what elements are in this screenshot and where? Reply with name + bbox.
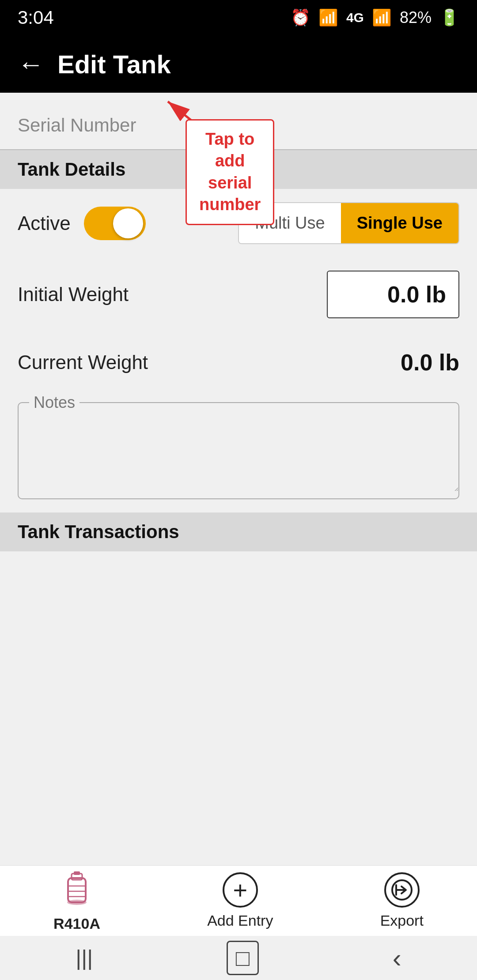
- active-label: Active: [18, 212, 71, 234]
- tank-transactions-label: Tank Transactions: [18, 521, 179, 542]
- serial-number-row[interactable]: Serial Number Tap to addserial number: [0, 93, 477, 149]
- lte-icon: 4G: [346, 10, 364, 25]
- toggle-knob: [113, 208, 143, 238]
- current-weight-row: Current Weight 0.0 lb: [0, 332, 477, 393]
- nav-item-r410a[interactable]: R410A: [53, 869, 100, 932]
- initial-weight-input[interactable]: 0.0 lb: [327, 271, 459, 318]
- battery-text: 82%: [400, 8, 432, 27]
- active-toggle[interactable]: [84, 207, 146, 240]
- back-button[interactable]: ←: [18, 49, 44, 79]
- system-back-button[interactable]: ‹: [375, 939, 419, 978]
- current-weight-value: 0.0 lb: [401, 349, 459, 376]
- serial-number-label: Serial Number: [18, 115, 136, 136]
- alarm-icon: ⏰: [291, 8, 310, 27]
- nav-item-add-entry[interactable]: + Add Entry: [207, 872, 273, 929]
- tank-details-header: Tank Details: [0, 150, 477, 189]
- svg-rect-2: [68, 878, 86, 902]
- wifi-icon: 📶: [318, 8, 338, 27]
- notes-field-wrapper[interactable]: Notes: [18, 402, 459, 499]
- nav-export-label: Export: [380, 912, 424, 929]
- active-row: Active Multi Use Single Use: [0, 189, 477, 257]
- add-entry-icon: +: [223, 872, 258, 908]
- initial-weight-row: Initial Weight 0.0 lb: [0, 257, 477, 332]
- tooltip-overlay: Tap to addserial number: [150, 93, 238, 147]
- multi-use-button[interactable]: Multi Use: [239, 203, 341, 243]
- system-nav: ||| □ ‹: [0, 936, 477, 980]
- svg-line-1: [168, 102, 212, 137]
- signal-icon: 📶: [372, 8, 392, 27]
- r410a-tank-svg: [59, 869, 95, 909]
- single-use-button[interactable]: Single Use: [341, 203, 458, 243]
- status-bar: 3:04 ⏰ 📶 4G 📶 82% 🔋: [0, 0, 477, 35]
- status-time: 3:04: [18, 7, 54, 28]
- system-menu-button[interactable]: |||: [58, 941, 110, 975]
- use-type-selector[interactable]: Multi Use Single Use: [238, 202, 459, 244]
- notes-input[interactable]: [19, 403, 458, 491]
- page-title: Edit Tank: [57, 49, 171, 79]
- export-svg: [391, 879, 413, 901]
- active-toggle-group: Active: [18, 207, 146, 240]
- export-icon: [384, 872, 420, 908]
- content-area: Serial Number Tap to addserial number Ta…: [0, 93, 477, 551]
- battery-icon: 🔋: [439, 8, 459, 27]
- svg-point-8: [67, 900, 87, 905]
- initial-weight-value: 0.0 lb: [387, 282, 446, 307]
- initial-weight-label: Initial Weight: [18, 283, 129, 305]
- tank-details-label: Tank Details: [18, 159, 125, 180]
- notes-label: Notes: [29, 393, 80, 412]
- status-icons: ⏰ 📶 4G 📶 82% 🔋: [291, 8, 459, 27]
- top-bar: ← Edit Tank: [0, 35, 477, 93]
- nav-item-export[interactable]: Export: [380, 872, 424, 929]
- tank-icon: [59, 869, 95, 911]
- red-arrow-svg: [150, 93, 238, 146]
- nav-add-entry-label: Add Entry: [207, 912, 273, 929]
- tank-transactions-header: Tank Transactions: [0, 513, 477, 551]
- notes-container: Notes: [18, 402, 459, 499]
- nav-r410a-label: R410A: [53, 915, 100, 932]
- svg-rect-4: [74, 871, 80, 875]
- current-weight-label: Current Weight: [18, 351, 148, 373]
- use-type-controls: Multi Use Single Use: [238, 202, 459, 244]
- system-home-button[interactable]: □: [227, 941, 259, 975]
- bottom-nav: R410A + Add Entry Export: [0, 865, 477, 936]
